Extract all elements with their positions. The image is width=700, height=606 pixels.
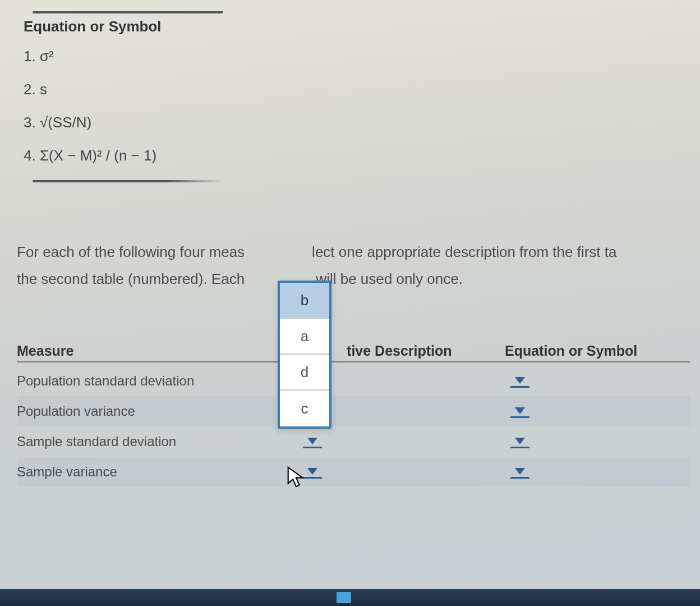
taskbar-app-icon[interactable] [337,592,351,603]
table-row: Population standard deviation [17,366,690,396]
dropdown-trigger-eq[interactable] [510,405,529,418]
chevron-down-icon [515,407,525,414]
section-heading: Equation or Symbol [24,18,700,35]
instruction-text: will be used only once. [312,270,463,287]
dropdown-trigger-eq[interactable] [510,435,529,448]
chevron-down-icon [515,438,525,444]
svg-marker-6 [307,468,317,475]
header-fragment: tive Description [347,343,452,359]
instruction-text: lect one appropriate description from th… [312,244,616,260]
table-row: Sample variance [17,457,690,487]
measures-table: Measure Ative Description Equation or Sy… [17,343,690,487]
chevron-down-icon [307,468,317,475]
list-item: 4. Σ(X − M)² / (n − 1) [24,147,700,164]
item-num: 2. [24,81,36,98]
measure-label: Population standard deviation [17,373,297,389]
chevron-down-icon [515,468,525,475]
dropdown-panel[interactable]: b a d c [278,281,331,429]
svg-marker-7 [515,468,525,475]
instruction-text: For each of the following four meas [17,244,245,260]
measure-label: Sample variance [17,464,297,480]
taskbar[interactable] [0,589,700,606]
item-num: 4. [24,147,36,164]
instruction-paragraph: For each of the following four measlect … [17,238,700,292]
item-text: σ² [40,48,54,65]
chevron-down-icon [515,377,525,384]
dropdown-trigger-eq[interactable] [510,374,529,388]
measure-label: Sample standard deviation [17,434,297,449]
dropdown-option[interactable]: a [280,319,329,355]
item-text: √(SS/N) [40,114,91,131]
column-header-equation: Equation or Symbol [505,343,690,359]
svg-marker-1 [515,377,525,384]
list-item: 1. σ² [24,48,700,65]
instruction-text: the second table (numbered). Each [17,270,245,287]
item-text: s [40,81,47,98]
dropdown-trigger-desc[interactable] [303,435,322,448]
table-row: Sample standard deviation [17,426,690,457]
dropdown-option[interactable]: b [280,283,329,319]
list-item: 2. s [24,81,700,98]
chevron-down-icon [307,438,317,444]
column-header-measure: Measure [17,343,297,359]
measure-label: Population variance [17,403,297,419]
dropdown-trigger-eq[interactable] [510,465,529,479]
dropdown-option[interactable]: c [280,391,329,426]
dropdown-option[interactable]: d [280,355,329,391]
svg-marker-4 [307,438,317,444]
taskbar-inner [0,589,700,606]
divider-bottom [33,180,223,182]
divider-top [33,11,223,13]
item-num: 3. [24,114,36,131]
table-header-row: Measure Ative Description Equation or Sy… [17,343,690,362]
dropdown-trigger-desc[interactable] [303,465,322,479]
question-content: Equation or Symbol 1. σ² 2. s 3. √(SS/N)… [0,11,700,487]
svg-marker-3 [515,407,525,414]
item-num: 1. [24,48,36,65]
table-row: Population variance [17,396,690,426]
symbol-list: 1. σ² 2. s 3. √(SS/N) 4. Σ(X − M)² / (n … [24,48,700,164]
svg-marker-5 [515,438,525,444]
list-item: 3. √(SS/N) [24,114,700,131]
item-text: Σ(X − M)² / (n − 1) [40,147,156,164]
